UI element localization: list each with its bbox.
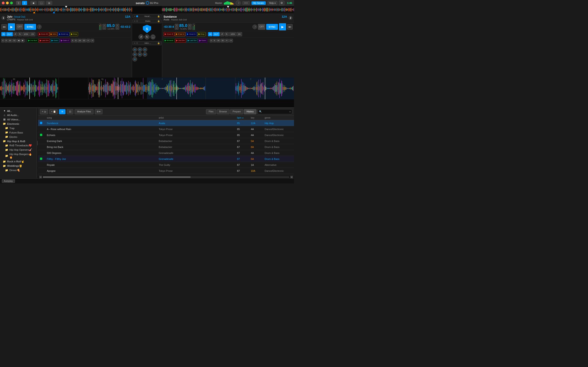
- deck-right-cue-lastdro[interactable]: Last Dro: [187, 39, 198, 43]
- add-loop-2-btn[interactable]: +: [138, 47, 142, 52]
- deck-left-sync[interactable]: SYNC: [24, 24, 36, 30]
- deck-left-shift-right[interactable]: ⇒: [90, 39, 94, 42]
- deck-left-half-loop[interactable]: 1/2X: [23, 32, 30, 36]
- midi-button[interactable]: MIDI: [242, 1, 250, 5]
- waveform-top-right[interactable]: 31: [88, 77, 147, 99]
- sidebar-item-weddings[interactable]: 📁 Weddings👸: [0, 164, 36, 168]
- deck-left-double-loop[interactable]: 2X: [30, 32, 35, 36]
- list-view-button[interactable]: ≡: [59, 109, 65, 114]
- waveform-top-left[interactable]: 30: [0, 77, 59, 99]
- deck-right-cue-down[interactable]: Down B: [164, 32, 174, 36]
- col-header-genre[interactable]: genre: [265, 117, 292, 119]
- deck-right-pitch-up[interactable]: +: [175, 24, 179, 27]
- deck-left-loop-prev[interactable]: ◀: [17, 39, 20, 42]
- deck-right-skip-end[interactable]: ⏭: [287, 24, 293, 30]
- settings-button[interactable]: ⚙: [279, 1, 284, 5]
- col-header-bpm[interactable]: bpm ▲: [237, 117, 251, 119]
- sidebar-item-audio[interactable]: ♫ All Audio...: [0, 113, 36, 117]
- deck-left-out-btn[interactable]: OUT: [6, 32, 13, 36]
- deck-left-cue-intro[interactable]: Intro: [49, 32, 57, 36]
- deck-right-cue-2ndrop[interactable]: 2nd Dro: [175, 39, 186, 43]
- fx-lock-1[interactable]: 🔒: [157, 15, 160, 17]
- deck-right-shift-right[interactable]: ⇒: [229, 39, 233, 42]
- fx-lock-3[interactable]: 🔒: [157, 42, 160, 44]
- table-row[interactable]: Royale The Guilty 87 1A Alternative: [38, 162, 294, 168]
- recording-icon[interactable]: ⏺: [30, 1, 37, 5]
- sidebar-item-electronic[interactable]: 📁 Electronic: [0, 122, 36, 126]
- deck-left-repeat-btn[interactable]: Repeat: [17, 19, 24, 21]
- overview-right[interactable]: [162, 6, 294, 13]
- deck-right-edit-grid-btn[interactable]: Edit Grid: [179, 19, 187, 21]
- deck-right-shift-left[interactable]: ⇐: [225, 39, 229, 42]
- deck-left-cue-build[interactable]: Build Up: [58, 32, 69, 36]
- deck-right-loop-sync-btn[interactable]: ↻: [225, 32, 229, 36]
- deck-right-loop-arrow-btn[interactable]: ↺: [220, 32, 224, 36]
- deck-left-loop-next[interactable]: ▶: [21, 39, 25, 42]
- deck-right-loop2-16[interactable]: 16: [216, 39, 220, 42]
- add-loop-6-btn[interactable]: +: [143, 52, 147, 57]
- deck-left-loop2-16[interactable]: 16: [78, 39, 82, 42]
- deck-right-pitch-down[interactable]: −: [175, 27, 179, 30]
- library-settings-button[interactable]: ⚙ ▾: [95, 109, 103, 114]
- deck-right-cue-drop[interactable]: Drop: [197, 32, 206, 36]
- table-row[interactable]: Filthy - Filthy Joe Grenadesafe 87 6A Dr…: [38, 156, 294, 162]
- scroll-right-btn[interactable]: ▶: [290, 176, 293, 178]
- scroll-thumb[interactable]: [43, 176, 191, 178]
- deck-right-cue-breakdc[interactable]: Breakdc: [164, 39, 174, 43]
- close-button[interactable]: [2, 2, 5, 4]
- col-header-song[interactable]: song: [47, 117, 159, 119]
- deck-right-out-btn[interactable]: OUT: [213, 32, 220, 36]
- deck-left-cue-down[interactable]: Down Bi: [38, 32, 49, 36]
- deck-right-loop2-32[interactable]: 32: [221, 39, 225, 42]
- browse-tab[interactable]: Browse: [217, 109, 229, 114]
- deck-left-loop2-8[interactable]: 8: [74, 39, 77, 42]
- deck-left-pitch-up[interactable]: +: [103, 24, 106, 27]
- deck-left-shift-left[interactable]: ⇐: [86, 39, 90, 42]
- minimize-button[interactable]: [6, 2, 9, 4]
- deck-left-off[interactable]: OFF: [16, 24, 23, 30]
- moon-button[interactable]: ☽: [236, 0, 241, 6]
- deck-left-pitch-down2[interactable]: −: [115, 27, 119, 30]
- help-button[interactable]: Help ▾: [268, 1, 277, 5]
- prepare-tab[interactable]: Prepare: [230, 109, 243, 114]
- col-header-indicator[interactable]: [40, 117, 47, 119]
- sidebar-item-videos[interactable]: ▦ All Videos...: [0, 117, 36, 122]
- deck-left-pitch-up2[interactable]: +: [115, 24, 119, 27]
- sidebar-item-futurebass[interactable]: 📁 Future Bass: [0, 130, 36, 135]
- add-loop-5-btn[interactable]: +: [138, 52, 142, 57]
- deck-left-loop-16[interactable]: 16: [8, 39, 12, 42]
- sidebar-item-hiphop[interactable]: 📁 Hip Hop & RnB: [0, 139, 36, 143]
- deck-left-loop-32[interactable]: 32: [12, 39, 16, 42]
- sidebar-item-electro[interactable]: 📁 Electro: [0, 135, 36, 139]
- files-tab[interactable]: Files: [206, 109, 216, 114]
- sidebar-item-trap[interactable]: 📁 Trap: [0, 126, 36, 130]
- deck-right-double-loop[interactable]: 2X: [237, 32, 242, 36]
- add-playlist-button[interactable]: + 📋: [49, 109, 58, 114]
- sidebar-item-rocknroll[interactable]: 📁 Rock n Roll🤘: [0, 159, 36, 164]
- add-crate-button[interactable]: + 🗂: [40, 109, 48, 114]
- add-loop-7-btn[interactable]: +: [132, 57, 137, 61]
- deck-right-loop2-4[interactable]: 4: [210, 39, 212, 42]
- scroll-left-btn[interactable]: ◀: [39, 176, 42, 178]
- add-loop-4-btn[interactable]: +: [132, 52, 137, 57]
- history-tab[interactable]: History: [244, 109, 256, 114]
- headphone-icon-btn[interactable]: 🎧: [150, 34, 156, 40]
- my-serato-button[interactable]: My Serato: [251, 1, 266, 5]
- overview-left[interactable]: [0, 6, 132, 13]
- deck-left-loop-arrow-btn[interactable]: ↺: [13, 32, 17, 36]
- fx-close-3[interactable]: ×: [134, 42, 135, 44]
- sidebar-item-all[interactable]: ✦ All...: [0, 109, 36, 113]
- deck-left-edit-grid-btn[interactable]: Edit Grid: [25, 19, 33, 21]
- add-loop-3-btn[interactable]: +: [143, 47, 147, 52]
- grid-view-button[interactable]: ⊞: [67, 109, 73, 114]
- deck-left-in-btn[interactable]: IN: [1, 32, 6, 36]
- deck-left-cue-lastdrop[interactable]: Last Dro: [39, 39, 50, 43]
- table-row[interactable]: Sundance Asala 85 12A Hip Hop: [38, 120, 294, 126]
- deck-right-play[interactable]: ▶: [279, 23, 286, 31]
- autoplay-button[interactable]: Autoplay: [2, 179, 15, 183]
- deck-left-loop2-4[interactable]: 4: [71, 39, 74, 42]
- deck-left-cue-outro[interactable]: Outro: [50, 39, 59, 43]
- deck-right-in-btn[interactable]: IN: [208, 32, 212, 36]
- waveform-bottom-right[interactable]: 3: [235, 77, 294, 99]
- add-loop-1-btn[interactable]: +: [132, 47, 137, 52]
